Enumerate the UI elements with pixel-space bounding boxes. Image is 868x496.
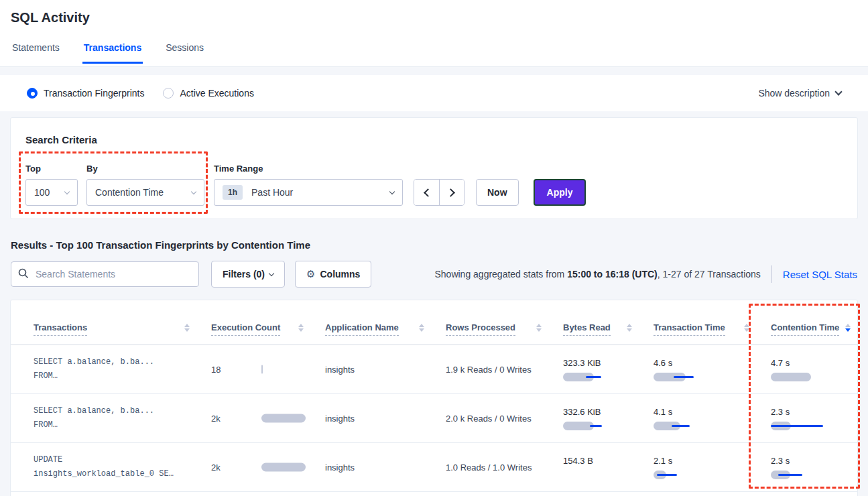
chevron-down-icon: [191, 188, 196, 194]
status-time-range: 15:00 to 16:18 (UTC): [567, 269, 658, 280]
sort-icon[interactable]: [744, 324, 749, 332]
search-statements-wrap: [11, 261, 199, 287]
transaction-fingerprint-link[interactable]: SELECT a.balance, b.ba... FROM…: [34, 404, 211, 432]
tab-transactions[interactable]: Transactions: [82, 42, 143, 64]
bytes-read-cell: 154.3 B: [563, 456, 654, 479]
bytes-read-cell: 323.3 KiB: [563, 358, 654, 381]
column-header-transactions[interactable]: Transactions: [34, 322, 211, 345]
radio-unselected-icon[interactable]: [163, 88, 174, 99]
bytes-read-stddev-line: [590, 425, 602, 427]
transaction-time-stddev-line: [672, 425, 690, 427]
contention-time-stddev-line: [771, 425, 823, 427]
execution-count-cell: 2k: [211, 443, 325, 491]
radio-label: Transaction Fingerprints: [44, 88, 144, 99]
execution-count-cell: 18: [211, 345, 325, 393]
table-row[interactable]: UPDATE insights_workload_table_0 SE… 2k …: [11, 443, 857, 492]
time-range-select[interactable]: 1h Past Hour: [214, 179, 403, 206]
top-field-group: Top 100: [25, 164, 78, 206]
column-header-application-name[interactable]: Application Name: [325, 322, 446, 345]
search-criteria-card: Search Criteria Top 100 By Contention Ti…: [10, 117, 858, 219]
search-criteria-heading: Search Criteria: [25, 134, 843, 145]
radio-selected-icon[interactable]: [27, 88, 38, 99]
now-button[interactable]: Now: [476, 179, 519, 206]
by-select-value: Contention Time: [95, 187, 164, 198]
view-radio-group: Transaction Fingerprints Active Executio…: [27, 88, 273, 99]
results-controls: Filters (0) ⚙ Columns Showing aggregated…: [11, 261, 857, 288]
time-next-button[interactable]: [439, 180, 464, 205]
contention-time-cell: 2.3 s: [771, 456, 857, 479]
tab-bar: Statements Transactions Sessions: [11, 42, 857, 64]
time-range-field-group: Time Range 1h Past Hour: [214, 164, 403, 206]
chevron-down-icon: [64, 188, 70, 194]
execution-count-bar: [261, 414, 306, 423]
results-heading: Results - Top 100 Transaction Fingerprin…: [11, 239, 857, 251]
sort-icon[interactable]: [627, 324, 632, 332]
chevron-down-icon: [389, 188, 395, 194]
bytes-read-stddev-line: [586, 376, 601, 378]
divider: [771, 265, 772, 283]
sort-icon-active-desc[interactable]: [845, 324, 851, 332]
column-header-bytes-read[interactable]: Bytes Read: [563, 322, 654, 345]
transaction-time-cell: 2.1 s: [654, 456, 771, 479]
chevron-right-icon: [446, 188, 455, 197]
search-criteria-controls: Top 100 By Contention Time Time Range 1h…: [25, 164, 843, 206]
transaction-time-cell: 4.1 s: [654, 407, 771, 430]
transaction-time-stddev-line: [674, 376, 694, 378]
chevron-down-icon: [834, 88, 842, 95]
columns-label: Columns: [320, 269, 360, 280]
reset-sql-stats-link[interactable]: Reset SQL Stats: [783, 269, 857, 280]
column-header-execution-count[interactable]: Execution Count: [211, 322, 325, 345]
app-header: SQL Activity Statements Transactions Ses…: [0, 0, 868, 67]
top-select-value: 100: [34, 187, 50, 198]
application-name-cell: insights: [325, 414, 446, 424]
columns-button[interactable]: ⚙ Columns: [295, 261, 371, 288]
sort-icon[interactable]: [536, 324, 542, 332]
table-row[interactable]: SELECT a.balance, b.ba... FROM… 2k insig…: [11, 394, 857, 443]
contention-time-stddev-line: [778, 474, 802, 476]
transaction-fingerprint-link[interactable]: SELECT a.balance, b.ba... FROM…: [34, 355, 211, 383]
time-nav-arrows: [414, 179, 464, 206]
top-label: Top: [25, 164, 78, 174]
column-header-rows-processed[interactable]: Rows Processed: [446, 322, 563, 345]
filters-label: Filters (0): [223, 269, 265, 280]
radio-transaction-fingerprints[interactable]: Transaction Fingerprints: [27, 88, 144, 99]
filters-button[interactable]: Filters (0): [211, 261, 285, 288]
table-header-row: Transactions Execution Count Application…: [11, 300, 857, 345]
status-area: Showing aggregated stats from 15:00 to 1…: [434, 265, 857, 283]
by-field-group: By Contention Time: [86, 164, 204, 206]
rows-processed-cell: 2.0 k Reads / 0 Writes: [446, 414, 563, 424]
time-prev-button[interactable]: [414, 180, 439, 205]
sort-icon[interactable]: [184, 324, 190, 332]
time-range-label: Time Range: [214, 164, 403, 174]
sort-icon[interactable]: [298, 324, 304, 332]
apply-button[interactable]: Apply: [534, 179, 586, 206]
application-name-cell: insights: [325, 462, 446, 473]
page-title: SQL Activity: [11, 0, 857, 25]
transaction-time-stddev-line: [657, 474, 677, 476]
gear-icon: ⚙: [306, 268, 315, 280]
radio-active-executions[interactable]: Active Executions: [163, 88, 254, 99]
time-range-value: Past Hour: [251, 187, 293, 198]
application-name-cell: insights: [325, 365, 446, 375]
show-description-label: Show description: [758, 88, 830, 99]
sort-icon[interactable]: [419, 324, 424, 332]
transaction-fingerprint-link[interactable]: UPDATE insights_workload_table_0 SE…: [34, 453, 211, 481]
tab-sessions[interactable]: Sessions: [164, 42, 205, 64]
time-range-badge: 1h: [223, 185, 243, 200]
chevron-left-icon: [424, 188, 432, 197]
contention-time-cell: 2.3 s: [771, 407, 857, 430]
top-select[interactable]: 100: [25, 179, 78, 206]
table-row[interactable]: SELECT a.balance, b.ba... FROM… 18 insig…: [11, 345, 857, 394]
column-header-contention-time[interactable]: Contention Time: [771, 322, 857, 345]
bytes-read-cell: 332.6 KiB: [563, 407, 654, 430]
rows-processed-cell: 1.9 k Reads / 0 Writes: [446, 365, 563, 375]
search-statements-input[interactable]: [11, 261, 199, 287]
aggregated-stats-text: Showing aggregated stats from 15:00 to 1…: [434, 269, 760, 280]
view-toggle-row: Transaction Fingerprints Active Executio…: [0, 75, 868, 111]
tab-statements[interactable]: Statements: [11, 42, 61, 64]
column-header-transaction-time[interactable]: Transaction Time: [654, 322, 771, 345]
contention-time-cell: 4.7 s: [771, 358, 857, 381]
by-select[interactable]: Contention Time: [86, 179, 204, 206]
show-description-toggle[interactable]: Show description: [758, 88, 841, 99]
execution-count-bar: [261, 463, 306, 472]
